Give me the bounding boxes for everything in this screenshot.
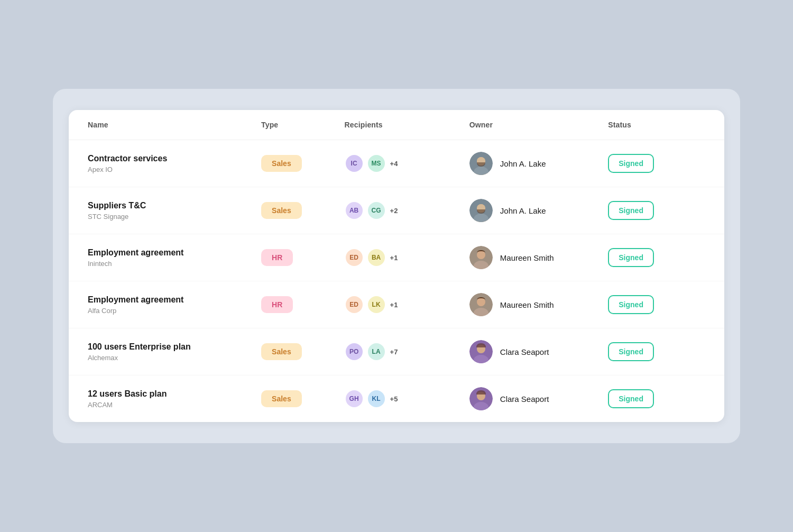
owner-name: John A. Lake — [500, 206, 546, 215]
recipient-avatar: MS — [367, 154, 386, 173]
owner-cell: Clara Seaport — [469, 340, 608, 363]
table-card: Name Type Recipients Owner Status Contra… — [69, 110, 724, 422]
recipients-cell: ICMS+4 — [345, 154, 469, 173]
table-header: Name Type Recipients Owner Status — [69, 110, 724, 140]
type-cell: Sales — [261, 202, 344, 219]
owner-cell: John A. Lake — [469, 199, 608, 222]
recipients-cell: POLA+7 — [345, 342, 469, 361]
name-cell: 100 users Enterprise plan Alchemax — [88, 342, 261, 362]
col-header-recipients: Recipients — [345, 121, 469, 129]
recipient-avatar: AB — [345, 201, 364, 220]
table-row: Suppliers T&C STC Signage Sales ABCG+2 J… — [69, 187, 724, 234]
status-cell: Signed — [608, 201, 705, 220]
owner-cell: Maureen Smith — [469, 246, 608, 269]
name-primary: 100 users Enterprise plan — [88, 342, 261, 352]
recipient-extra-count: +2 — [390, 207, 398, 215]
recipient-avatar: KL — [367, 389, 386, 408]
owner-name: Clara Seaport — [500, 395, 549, 403]
name-secondary: Alchemax — [88, 354, 261, 362]
owner-name: Maureen Smith — [500, 253, 554, 262]
svg-point-11 — [477, 251, 485, 259]
name-secondary: ARCAM — [88, 401, 261, 409]
name-secondary: STC Signage — [88, 213, 261, 221]
table-body: Contractor services Apex IO Sales ICMS+4… — [69, 140, 724, 422]
col-header-name: Name — [88, 121, 261, 129]
owner-avatar — [469, 199, 493, 222]
status-cell: Signed — [608, 389, 705, 408]
recipient-avatar: BA — [367, 248, 386, 267]
type-badge: Sales — [261, 390, 302, 407]
type-badge: HR — [261, 249, 293, 266]
svg-point-14 — [477, 298, 485, 306]
name-primary: 12 users Basic plan — [88, 389, 261, 399]
recipient-extra-count: +7 — [390, 348, 398, 356]
type-cell: Sales — [261, 390, 344, 407]
owner-avatar — [469, 246, 493, 269]
type-badge: Sales — [261, 155, 302, 172]
col-header-owner: Owner — [469, 121, 608, 129]
name-cell: Employment agreement Inintech — [88, 248, 261, 268]
status-cell: Signed — [608, 248, 705, 267]
owner-avatar — [469, 387, 493, 410]
table-row: Employment agreement Inintech HR EDBA+1 … — [69, 234, 724, 281]
status-badge: Signed — [608, 342, 654, 361]
type-badge: HR — [261, 296, 293, 313]
recipients-cell: EDBA+1 — [345, 248, 469, 267]
recipient-extra-count: +5 — [390, 395, 398, 403]
recipients-cell: ABCG+2 — [345, 201, 469, 220]
recipient-extra-count: +1 — [390, 301, 398, 309]
owner-name: Clara Seaport — [500, 347, 549, 356]
name-primary: Suppliers T&C — [88, 201, 261, 210]
recipients-cell: EDLK+1 — [345, 295, 469, 314]
recipient-avatar: ED — [345, 248, 364, 267]
recipient-avatar: CG — [367, 201, 386, 220]
type-cell: Sales — [261, 155, 344, 172]
name-cell: 12 users Basic plan ARCAM — [88, 389, 261, 409]
status-cell: Signed — [608, 154, 705, 173]
owner-name: John A. Lake — [500, 159, 546, 168]
recipient-avatar: GH — [345, 389, 364, 408]
name-secondary: Inintech — [88, 260, 261, 268]
recipients-cell: GHKL+5 — [345, 389, 469, 408]
table-row: Contractor services Apex IO Sales ICMS+4… — [69, 140, 724, 187]
col-header-type: Type — [261, 121, 344, 129]
status-badge: Signed — [608, 295, 654, 314]
type-cell: Sales — [261, 343, 344, 360]
owner-avatar — [469, 340, 493, 363]
owner-cell: Maureen Smith — [469, 293, 608, 316]
name-primary: Employment agreement — [88, 295, 261, 305]
name-primary: Employment agreement — [88, 248, 261, 258]
status-cell: Signed — [608, 295, 705, 314]
status-badge: Signed — [608, 154, 654, 173]
table-row: Employment agreement Alfa Corp HR EDLK+1… — [69, 281, 724, 328]
recipient-extra-count: +4 — [390, 160, 398, 168]
status-badge: Signed — [608, 248, 654, 267]
recipient-avatar: LA — [367, 342, 386, 361]
name-secondary: Alfa Corp — [88, 307, 261, 315]
owner-cell: John A. Lake — [469, 152, 608, 175]
outer-card: Name Type Recipients Owner Status Contra… — [53, 89, 740, 443]
owner-avatar — [469, 152, 493, 175]
status-cell: Signed — [608, 342, 705, 361]
table-row: 12 users Basic plan ARCAM Sales GHKL+5 C… — [69, 375, 724, 422]
name-cell: Suppliers T&C STC Signage — [88, 201, 261, 221]
table-row: 100 users Enterprise plan Alchemax Sales… — [69, 328, 724, 375]
status-badge: Signed — [608, 201, 654, 220]
owner-avatar — [469, 293, 493, 316]
recipient-extra-count: +1 — [390, 254, 398, 262]
name-cell: Employment agreement Alfa Corp — [88, 295, 261, 315]
recipient-avatar: ED — [345, 295, 364, 314]
type-badge: Sales — [261, 202, 302, 219]
type-cell: HR — [261, 296, 344, 313]
recipient-avatar: LK — [367, 295, 386, 314]
type-cell: HR — [261, 249, 344, 266]
recipient-avatar: PO — [345, 342, 364, 361]
name-primary: Contractor services — [88, 154, 261, 163]
status-badge: Signed — [608, 389, 654, 408]
col-header-status: Status — [608, 121, 705, 129]
recipient-avatar: IC — [345, 154, 364, 173]
owner-cell: Clara Seaport — [469, 387, 608, 410]
name-cell: Contractor services Apex IO — [88, 154, 261, 173]
name-secondary: Apex IO — [88, 166, 261, 173]
type-badge: Sales — [261, 343, 302, 360]
